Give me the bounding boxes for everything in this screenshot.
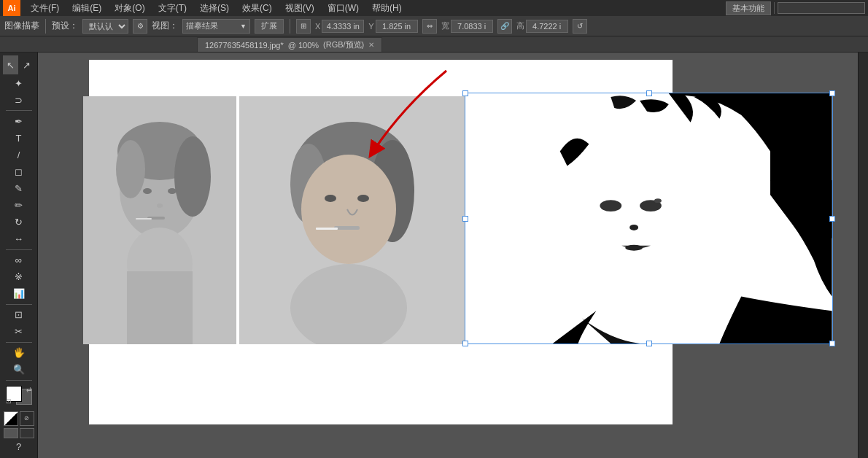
svg-point-23: [560, 133, 720, 322]
photo-svg: [239, 96, 465, 344]
original-image-area: [83, 96, 236, 344]
menu-select[interactable]: 选择(S): [194, 1, 235, 16]
menu-window[interactable]: 窗口(W): [322, 1, 365, 16]
menu-help[interactable]: 帮助(H): [366, 1, 408, 16]
line-tool[interactable]: /: [3, 147, 35, 163]
pencil-tool[interactable]: ✏: [3, 198, 35, 214]
view-value: 描摹结果: [186, 20, 218, 31]
handle-bottom-left[interactable]: [462, 341, 468, 346]
handle-bottom-right[interactable]: [829, 341, 835, 346]
svg-point-24: [600, 200, 621, 211]
slice-tool[interactable]: ✂: [3, 324, 35, 340]
menu-object[interactable]: 对象(O): [109, 1, 150, 16]
h-coord-group: 高: [516, 20, 568, 33]
link-icon[interactable]: 🔗: [497, 19, 512, 34]
handle-middle-right[interactable]: [829, 216, 835, 222]
expand-button[interactable]: 扩展: [255, 19, 284, 34]
tab-filename: 12677635458119.jpg*: [205, 41, 284, 50]
tab-close-button[interactable]: ✕: [368, 41, 374, 49]
w-label: 宽: [441, 20, 449, 31]
separator-1: [45, 19, 46, 34]
scale-tool[interactable]: ↔: [3, 231, 35, 247]
swap-colors-icon[interactable]: ⇄: [26, 386, 32, 393]
right-panel: [858, 53, 868, 458]
rectangle-tool[interactable]: ◻: [3, 163, 35, 179]
tool-separator-1: [6, 110, 32, 111]
y-coord-group: Y: [368, 20, 417, 33]
traced-image-area[interactable]: [465, 93, 833, 344]
svg-point-7: [157, 203, 163, 208]
svg-point-28: [625, 245, 643, 251]
lasso-tool[interactable]: ⊃: [3, 92, 35, 108]
x-label: X: [315, 22, 320, 31]
magic-wand-tool[interactable]: ✦: [3, 75, 35, 91]
reset-colors-icon[interactable]: ⊡: [6, 397, 12, 405]
menu-file[interactable]: 文件(F): [25, 1, 65, 16]
photo-area: [239, 96, 465, 344]
left-toolbar: ↖ ↗ ✦ ⊃ ✒ T / ◻ ✎ ✏ ↻ ↔ ∞ ※ 📊 ⊡ ✂ 🖐 🔍 ⇄: [0, 53, 38, 458]
view-dropdown[interactable]: 描摹结果 ▼: [182, 19, 250, 34]
svg-point-17: [325, 195, 336, 202]
svg-rect-19: [334, 226, 360, 230]
menu-text[interactable]: 文字(T): [152, 1, 193, 16]
screen-mode-btn[interactable]: [4, 428, 18, 438]
menu-bar: Ai 文件(F) 编辑(E) 对象(O) 文字(T) 选择(S) 效果(C) 视…: [0, 0, 868, 16]
rotate-tool[interactable]: ↻: [3, 214, 35, 230]
selection-tool[interactable]: ↖: [3, 55, 19, 74]
handle-top-middle[interactable]: [646, 90, 652, 96]
direct-selection-tool[interactable]: ↗: [19, 55, 35, 74]
color-mode-buttons: ⊘: [4, 411, 34, 426]
h-input[interactable]: [526, 20, 568, 33]
type-tool[interactable]: T: [3, 130, 35, 146]
x-input[interactable]: [322, 20, 364, 33]
hand-tool[interactable]: 🖐: [3, 345, 35, 361]
constrain-icon[interactable]: ⇔: [422, 19, 437, 34]
document-tab[interactable]: 12677635458119.jpg* @ 100% (RGB/预览) ✕: [197, 37, 382, 52]
search-input[interactable]: [778, 2, 865, 14]
workspace-button[interactable]: 基本功能: [726, 1, 771, 15]
handle-top-right[interactable]: [829, 90, 835, 96]
svg-rect-20: [316, 228, 338, 230]
svg-point-27: [629, 225, 638, 230]
graph-tool[interactable]: 📊: [3, 286, 35, 302]
menu-edit[interactable]: 编辑(E): [66, 1, 107, 16]
canvas-area[interactable]: [38, 53, 858, 458]
preset-settings-icon[interactable]: ⚙: [133, 19, 147, 34]
svg-point-6: [168, 188, 177, 194]
pen-tool[interactable]: ✒: [3, 113, 35, 129]
menu-view[interactable]: 视图(V): [279, 1, 320, 16]
tool-separator-4: [6, 342, 32, 343]
preset-dropdown[interactable]: 默认认: [82, 19, 128, 34]
color-mode-none[interactable]: ⊘: [20, 411, 34, 426]
svg-point-4: [116, 140, 145, 198]
y-input[interactable]: [376, 20, 418, 33]
svg-point-16: [301, 155, 396, 264]
color-mode-normal[interactable]: [4, 411, 18, 426]
handle-bottom-middle[interactable]: [646, 341, 652, 346]
tab-zoom: @ 100%: [288, 41, 319, 50]
full-screen-btn[interactable]: [20, 428, 34, 438]
svg-point-3: [174, 136, 211, 217]
tool-separator-5: [6, 380, 32, 381]
zoom-tool[interactable]: 🔍: [3, 362, 35, 378]
preset-label: 预设：: [52, 20, 78, 32]
w-input[interactable]: [451, 20, 493, 33]
handle-middle-left[interactable]: [462, 216, 468, 222]
svg-point-26: [654, 198, 662, 203]
tab-bar: 12677635458119.jpg* @ 100% (RGB/预览) ✕: [0, 36, 868, 53]
blend-tool[interactable]: ∞: [3, 252, 35, 268]
artboard-tool[interactable]: ⊡: [3, 307, 35, 323]
question-mark-tool[interactable]: ?: [3, 439, 35, 455]
screen-mode-group: [4, 428, 34, 438]
options-bar: 图像描摹 预设： 默认认 ⚙ 视图： 描摹结果 ▼ 扩展 ⊞ X Y ⇔ 宽 🔗…: [0, 16, 868, 36]
paintbrush-tool[interactable]: ✎: [3, 180, 35, 196]
align-icon[interactable]: ⊞: [296, 19, 311, 34]
traced-portrait-svg: [465, 93, 832, 344]
original-image-svg: [83, 96, 236, 344]
x-coord-group: X: [315, 20, 364, 33]
handle-top-left[interactable]: [462, 90, 468, 96]
rotate-icon[interactable]: ↺: [573, 19, 587, 34]
ai-logo: Ai: [3, 0, 20, 16]
symbol-sprayer-tool[interactable]: ※: [3, 269, 35, 285]
menu-effect[interactable]: 效果(C): [236, 1, 278, 16]
